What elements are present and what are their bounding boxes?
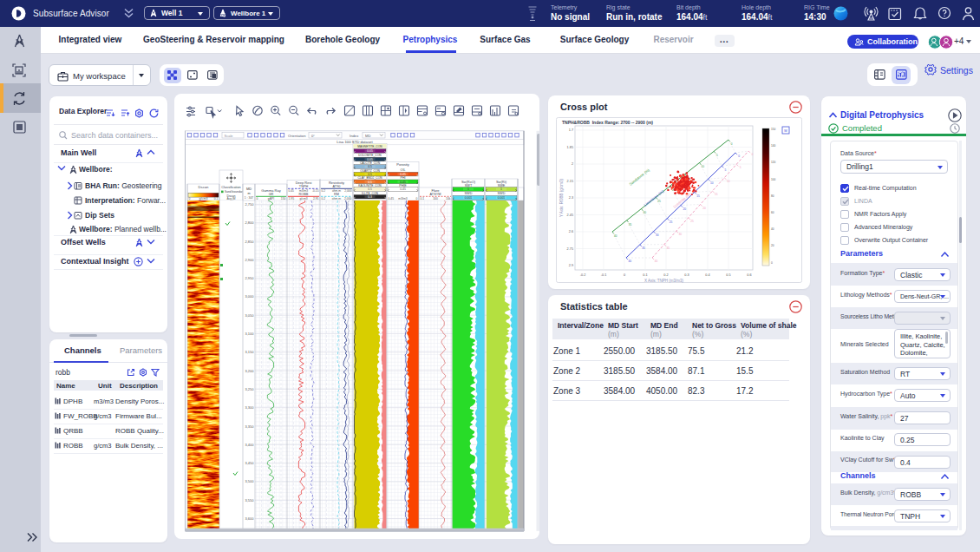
svg-text:3,300: 3,300 [245, 405, 254, 410]
svg-text:0.2: 0.2 [663, 273, 668, 277]
svg-text:-0.2: -0.2 [580, 273, 586, 277]
svg-text:3,000: 3,000 [245, 294, 254, 299]
svg-text:20: 20 [771, 244, 774, 247]
svg-text:Index: Index [350, 134, 359, 138]
svg-text:Y Axis: ROBB (g/cm3): Y Axis: ROBB (g/cm3) [559, 178, 564, 217]
svg-text:0.45: 0.45 [389, 197, 395, 200]
svg-text:-0.1: -0.1 [601, 273, 607, 277]
svg-text:40: 40 [628, 260, 631, 263]
svg-text:-0.15: -0.15 [312, 189, 319, 193]
svg-text:1.95: 1.95 [289, 197, 295, 200]
svg-text:35: 35 [667, 246, 670, 250]
svg-text:3,550: 3,550 [245, 498, 254, 503]
svg-text:1.7: 1.7 [569, 128, 573, 132]
svg-text:0: 0 [624, 273, 625, 277]
svg-text:5: 5 [725, 168, 727, 172]
svg-text:2,750: 2,750 [245, 202, 254, 207]
svg-text:15: 15 [696, 194, 700, 198]
svg-text:KAOLINITE_CON: KAOLINITE_CON [358, 184, 382, 187]
svg-text:0°: 0° [311, 134, 315, 138]
svg-text:1: 1 [500, 187, 502, 191]
svg-text:PHI: PHI [401, 176, 406, 180]
svg-text:DOLOMITE_CON: DOLOMITE_CON [358, 154, 382, 157]
svg-text:140: 140 [771, 144, 776, 148]
svg-text:35: 35 [642, 246, 645, 250]
svg-text:2: 2 [572, 162, 573, 166]
svg-text:0.45: 0.45 [289, 189, 295, 193]
svg-text:2.9: 2.9 [569, 264, 573, 267]
svg-text:TNPH&ROBB Index Range: 2700 -: TNPH&ROBB Index Range: 2700 -- 2900 (m) [562, 120, 653, 125]
svg-text:25: 25 [657, 200, 661, 203]
svg-text:3,450: 3,450 [245, 461, 254, 465]
svg-text:m3/m3: m3/m3 [398, 197, 407, 200]
svg-text:2.6: 2.6 [569, 230, 573, 233]
svg-text:ILLITE_CON: ILLITE_CON [362, 192, 378, 195]
svg-text:80: 80 [771, 194, 774, 198]
svg-text:0.1: 0.1 [214, 197, 219, 200]
svg-text:20: 20 [702, 207, 706, 210]
svg-text:X Axis: TNPH (m3/m3): X Axis: TNPH (m3/m3) [644, 279, 684, 283]
svg-text:25: 25 [670, 220, 673, 224]
svg-text:0.1: 0.1 [421, 197, 425, 200]
svg-text:2.15: 2.15 [567, 180, 573, 183]
svg-text:3,050: 3,050 [245, 313, 254, 318]
svg-text:MAGNETITE_CON: MAGNETITE_CON [357, 145, 382, 148]
svg-text:2,950: 2,950 [245, 276, 254, 280]
svg-text:5: 5 [716, 154, 718, 157]
svg-text:0.6: 0.6 [747, 273, 751, 277]
svg-text:2,000: 2,000 [344, 189, 351, 193]
svg-text:120: 120 [771, 161, 776, 164]
svg-text:0.45: 0.45 [400, 187, 406, 191]
svg-text:0.2: 0.2 [322, 189, 326, 193]
svg-text:0.3: 0.3 [368, 195, 372, 199]
svg-text:40: 40 [771, 227, 774, 231]
svg-text:TNPH: TNPH [299, 185, 309, 188]
svg-text:0.001: 0.001 [465, 196, 473, 200]
svg-text:CALCITE_CON: CALCITE_CON [360, 161, 381, 165]
svg-text:25: 25 [690, 220, 694, 223]
svg-text:20: 20 [683, 207, 686, 211]
svg-text:150: 150 [771, 128, 776, 131]
svg-text:0.1: 0.1 [643, 273, 647, 277]
svg-text:0: 0 [416, 197, 418, 200]
svg-text:5: 5 [740, 166, 742, 169]
svg-text:150: 150 [281, 197, 286, 200]
svg-text:MD: MD [246, 187, 252, 191]
svg-text:0.001: 0.001 [498, 196, 506, 200]
svg-text:PHIE: PHIE [399, 184, 407, 187]
svg-text:30: 30 [656, 233, 659, 237]
svg-text:1.85: 1.85 [567, 146, 573, 149]
svg-text:10k: 10k [446, 197, 451, 200]
svg-text:40: 40 [655, 260, 658, 263]
svg-text:2.3: 2.3 [569, 196, 573, 200]
svg-text:SWT: SWT [465, 184, 473, 187]
svg-text:10: 10 [710, 181, 714, 185]
svg-text:SWD: SWD [465, 192, 473, 195]
svg-text:2,850: 2,850 [245, 240, 254, 244]
svg-text:ATSYM: ATSYM [430, 193, 441, 196]
svg-text:Classification: Classification [221, 186, 240, 189]
svg-text:0: 0 [738, 154, 740, 158]
svg-text:gAPI: gAPI [268, 197, 274, 200]
svg-text:10: 10 [727, 180, 730, 183]
svg-text:CLAY_BND2_CON: CLAY_BND2_CON [357, 176, 382, 180]
svg-text:1 : 347: 1 : 347 [245, 196, 253, 200]
svg-text:3,250: 3,250 [245, 387, 254, 391]
svg-text:0: 0 [189, 197, 191, 200]
svg-text:MD: MD [365, 134, 371, 138]
svg-text:m: m [247, 192, 250, 195]
svg-text:QUARTZ_CON: QUARTZ_CON [360, 169, 380, 173]
svg-text:M: M [784, 128, 787, 133]
svg-text:0.4: 0.4 [705, 273, 709, 277]
svg-text:2.95: 2.95 [313, 197, 319, 200]
svg-text:60: 60 [771, 211, 774, 214]
svg-text:0: 0 [771, 261, 773, 265]
svg-text:2,900: 2,900 [245, 258, 254, 262]
svg-text:0.5: 0.5 [726, 273, 730, 277]
svg-text:3,150: 3,150 [245, 350, 254, 354]
svg-text:1: 1 [467, 187, 469, 191]
svg-text:2,800: 2,800 [245, 220, 254, 225]
svg-text:100: 100 [771, 178, 776, 181]
svg-text:35: 35 [629, 223, 632, 227]
svg-text:0: 0 [257, 197, 258, 200]
